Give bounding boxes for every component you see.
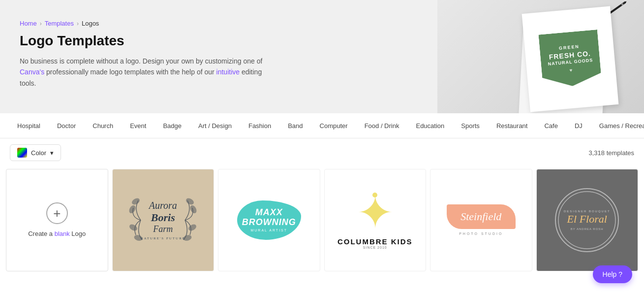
logo-badge: GREEN FRESH CO. NATURAL GOODS ♥ [538, 30, 602, 89]
template-columbre[interactable]: ✦ COLUMBRE KIDS SINCE 2010 [324, 169, 427, 271]
page-title: Logo Templates [20, 33, 315, 49]
filter-cafe[interactable]: Cafe [537, 119, 565, 133]
aurora-text: Aurora Boris Farm NATURE'S FUTURE [140, 200, 185, 240]
breadcrumb-sep-1: › [40, 20, 42, 27]
hero-paper-front: GREEN FRESH CO. NATURAL GOODS ♥ [522, 6, 619, 112]
svg-point-12 [372, 193, 377, 197]
filter-food-drink[interactable]: Food / Drink [357, 119, 407, 133]
hero-section: Home › Templates › Logos Logo Templates … [0, 0, 644, 113]
steinfield-logo: Steinfield PHOTO STUDIO [447, 204, 516, 235]
help-button[interactable]: Help ? [593, 265, 632, 283]
filter-church[interactable]: Church [85, 119, 121, 133]
filter-hospital[interactable]: Hospital [10, 119, 48, 133]
template-count: 3,318 templates [588, 149, 634, 157]
columbre-sub: SINCE 2010 [363, 246, 387, 249]
floral-circle: DESIGNER BOUQUET El Floral BY ANDREA ROS… [555, 188, 619, 252]
columbre-logo: ✦ COLUMBRE KIDS SINCE 2010 [337, 191, 413, 249]
template-grid: + Create a blank Logo [4, 167, 640, 273]
badge-heart: ♥ [569, 66, 573, 73]
breadcrumb-templates[interactable]: Templates [45, 20, 74, 27]
create-label: Create a blank Logo [28, 230, 86, 237]
floral-text-inner: DESIGNER BOUQUET El Floral BY ANDREA ROS… [564, 210, 611, 230]
color-swatch-icon [17, 148, 27, 158]
plus-circle-icon: + [46, 202, 68, 224]
columbre-name: COLUMBRE KIDS [337, 237, 413, 246]
template-aurora[interactable]: Aurora Boris Farm NATURE'S FUTURE [112, 169, 215, 271]
toolbar: Color ▾ 3,318 templates [0, 138, 644, 167]
template-maxx[interactable]: MAXXBROWNING MURAL ARTIST [218, 169, 320, 271]
filter-restaurant[interactable]: Restaurant [489, 119, 535, 133]
template-floral[interactable]: DESIGNER BOUQUET El Floral BY ANDREA ROS… [536, 169, 639, 271]
filter-fashion[interactable]: Fashion [241, 119, 278, 133]
filter-band[interactable]: Band [280, 119, 310, 133]
aurora-name3: Farm [140, 224, 185, 234]
aurora-name2: Boris [140, 211, 185, 224]
steinfield-sub: PHOTO STUDIO [459, 232, 503, 235]
floral-name: El Floral [567, 213, 607, 226]
breadcrumb-sep-2: › [77, 20, 79, 27]
steinfield-name: Steinfield [460, 210, 501, 223]
filter-dj[interactable]: DJ [567, 119, 590, 133]
filter-tags-container: Hospital Doctor Church Event Badge Art /… [10, 113, 644, 138]
filter-art-design[interactable]: Art / Design [191, 119, 239, 133]
color-chevron-icon: ▾ [50, 149, 54, 157]
filter-bar[interactable]: Hospital Doctor Church Event Badge Art /… [0, 113, 644, 138]
maxx-name: MAXXBROWNING [242, 208, 296, 228]
breadcrumb-current: Logos [82, 20, 99, 27]
filter-badge[interactable]: Badge [155, 119, 189, 133]
aurora-logo: Aurora Boris Farm NATURE'S FUTURE [113, 169, 214, 271]
svg-point-9 [188, 223, 197, 231]
create-blank-card[interactable]: + Create a blank Logo [6, 169, 108, 271]
breadcrumb-home[interactable]: Home [20, 20, 37, 27]
aurora-name1: Aurora [140, 200, 185, 211]
color-label: Color [31, 149, 46, 157]
floral-bottom: BY ANDREA ROSH [571, 228, 604, 230]
canva-link[interactable]: Canva's [20, 68, 44, 76]
steinfield-brush: Steinfield [447, 204, 516, 229]
hero-image: GREEN FRESH CO. NATURAL GOODS ♥ [437, 0, 644, 113]
svg-point-8 [189, 204, 198, 214]
filter-games-recreation[interactable]: Games / Recreation [592, 119, 644, 133]
columbre-star-svg: ✦ [350, 191, 399, 235]
maxx-sub: MURAL ARTIST [250, 229, 287, 232]
svg-point-7 [185, 197, 195, 205]
breadcrumb: Home › Templates › Logos [20, 20, 315, 27]
help-label: Help ? [603, 270, 622, 278]
filter-doctor[interactable]: Doctor [50, 119, 83, 133]
intuitive-link[interactable]: intuitive [216, 68, 240, 76]
aurora-tagline: NATURE'S FUTURE [140, 236, 185, 240]
maxx-logo: MAXXBROWNING MURAL ARTIST [237, 200, 301, 240]
svg-point-4 [128, 204, 137, 214]
floral-logo: DESIGNER BOUQUET El Floral BY ANDREA ROS… [555, 188, 619, 252]
svg-point-5 [129, 223, 138, 231]
filter-computer[interactable]: Computer [312, 119, 355, 133]
template-grid-section: + Create a blank Logo [0, 167, 644, 293]
filter-education[interactable]: Education [408, 119, 452, 133]
template-steinfield[interactable]: Steinfield PHOTO STUDIO [430, 169, 532, 271]
svg-text:✦: ✦ [357, 191, 394, 235]
filter-sports[interactable]: Sports [454, 119, 487, 133]
svg-point-3 [131, 197, 141, 205]
hero-description: No business is complete without a logo. … [20, 56, 266, 89]
filter-event[interactable]: Event [123, 119, 153, 133]
blank-link[interactable]: blank [55, 230, 70, 237]
color-filter-button[interactable]: Color ▾ [10, 144, 61, 161]
